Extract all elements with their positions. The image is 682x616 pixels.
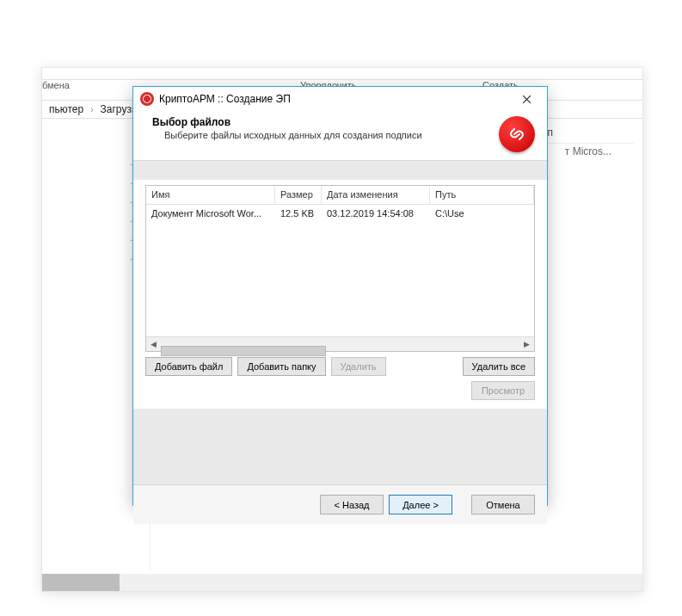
col-date[interactable]: Дата изменения <box>322 186 430 204</box>
spacer <box>133 161 547 180</box>
wizard-footer: < Назад Далее > Отмена <box>133 484 547 524</box>
explorer-statusbar <box>42 574 642 591</box>
add-file-button[interactable]: Добавить файл <box>145 357 232 376</box>
col-size[interactable]: Размер <box>275 186 322 204</box>
cryptoarm-dialog: КриптоАРМ :: Создание ЭП Выбор файлов Вы… <box>132 86 548 506</box>
statusbar-segment <box>42 574 120 591</box>
wizard-body: Имя Размер Дата изменения Путь Документ … <box>133 180 547 409</box>
scroll-right-icon[interactable]: ▶ <box>519 337 534 352</box>
file-list-table: Имя Размер Дата изменения Путь Документ … <box>145 185 535 352</box>
cell-path: C:\Use <box>430 206 534 220</box>
scrollbar-thumb[interactable] <box>161 346 326 356</box>
cryptoarm-app-icon <box>140 92 154 106</box>
wizard-step-description: Выберите файлы исходных данных для созда… <box>152 130 535 140</box>
horizontal-scrollbar[interactable]: ◀ ▶ <box>146 336 534 351</box>
col-name[interactable]: Имя <box>146 186 275 204</box>
file-table-header: Имя Размер Дата изменения Путь <box>146 186 534 205</box>
cryptoarm-logo-icon <box>499 116 535 152</box>
chain-icon <box>507 124 527 145</box>
close-button[interactable] <box>511 89 542 108</box>
back-button[interactable]: < Назад <box>320 495 384 514</box>
delete-button: Удалить <box>331 357 386 376</box>
scroll-left-icon[interactable]: ◀ <box>146 337 161 352</box>
divider <box>42 79 642 80</box>
cell-name: Документ Microsoft Wor... <box>146 206 275 220</box>
col-path[interactable]: Путь <box>430 186 534 204</box>
wizard-step-title: Выбор файлов <box>152 116 535 128</box>
next-button[interactable]: Далее > <box>389 495 452 514</box>
screenshot-frame: бмена Упорядочить Создать пьютер › Загру… <box>0 0 682 616</box>
file-type-cell: т Micros... <box>565 145 611 157</box>
close-icon <box>522 95 531 104</box>
table-row[interactable]: Документ Microsoft Wor... 12.5 KB 03.12.… <box>146 205 534 220</box>
preview-button: Просмотр <box>471 381 535 400</box>
file-action-buttons: Добавить файл Добавить папку Удалить Уда… <box>145 357 535 376</box>
dialog-titlebar[interactable]: КриптоАРМ :: Создание ЭП <box>133 87 547 111</box>
dialog-title: КриптоАРМ :: Создание ЭП <box>159 93 511 105</box>
breadcrumb-segment[interactable]: пьютер <box>46 103 87 115</box>
spacer <box>133 409 547 484</box>
cancel-button[interactable]: Отмена <box>471 495 535 514</box>
add-folder-button[interactable]: Добавить папку <box>237 357 325 376</box>
wizard-header: Выбор файлов Выберите файлы исходных дан… <box>133 111 547 161</box>
delete-all-button[interactable]: Удалить все <box>463 357 535 376</box>
cell-date: 03.12.2019 14:54:08 <box>322 206 430 220</box>
cell-size: 12.5 KB <box>275 206 322 220</box>
ribbon-group-clipboard: бмена <box>42 80 70 90</box>
preview-row: Просмотр <box>145 381 535 400</box>
chevron-right-icon: › <box>89 105 95 114</box>
